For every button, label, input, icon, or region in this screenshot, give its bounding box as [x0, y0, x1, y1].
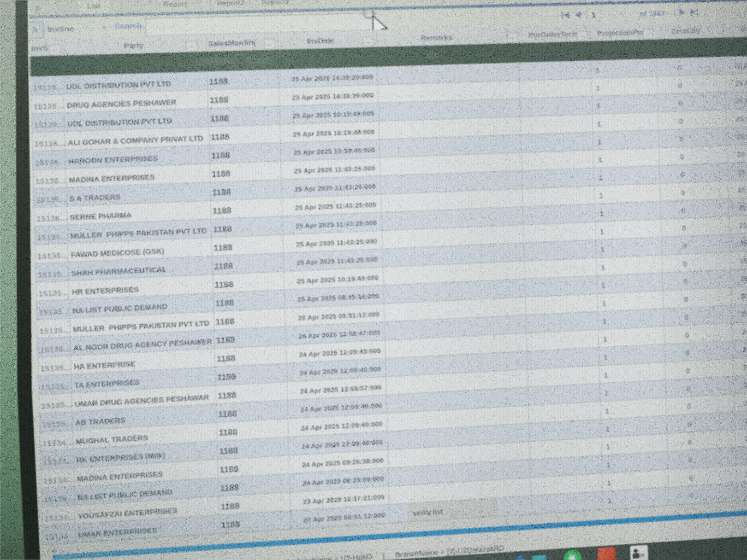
- svg-text:1: 1: [591, 11, 596, 19]
- svg-text:of 1363: of 1363: [640, 9, 665, 18]
